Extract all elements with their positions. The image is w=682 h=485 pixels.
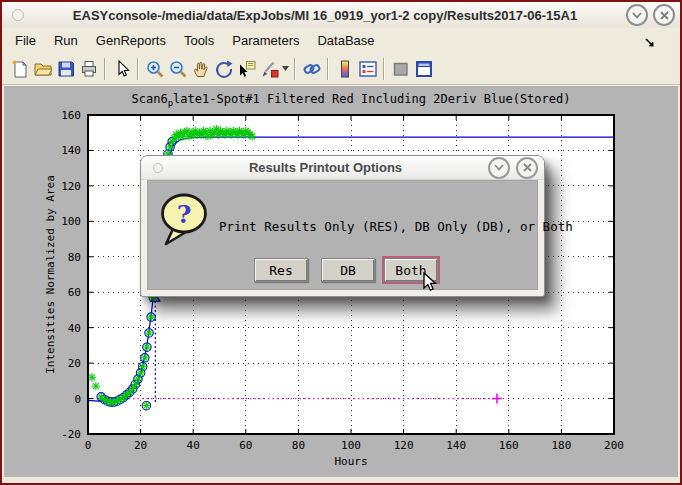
chevron-down-icon: [494, 164, 504, 171]
dialog-content: ? Print Results Only (RES), DB Only (DB)…: [147, 180, 538, 290]
svg-text:120: 120: [394, 439, 414, 452]
menu-database[interactable]: DataBase: [308, 29, 383, 52]
toolbar-separator: [294, 58, 296, 80]
cursor-arrow-icon[interactable]: [110, 57, 133, 80]
brush-icon[interactable]: [258, 57, 281, 80]
svg-text:0: 0: [74, 393, 81, 406]
results-printout-dialog: Results Printout Options ? Print Results…: [140, 155, 545, 297]
svg-text:20: 20: [134, 439, 147, 452]
svg-text:80: 80: [68, 251, 81, 264]
new-document-icon[interactable]: [8, 57, 31, 80]
svg-text:0: 0: [85, 439, 92, 452]
svg-text:40: 40: [187, 439, 200, 452]
toolbar-separator: [383, 58, 385, 80]
print-icon[interactable]: [77, 57, 100, 80]
svg-text:-20: -20: [61, 428, 81, 441]
window-titlebar: EASYconsole-/media/data/ExpJobs/MI 16_09…: [2, 2, 680, 29]
svg-text:Intensities Normalized by Area: Intensities Normalized by Area: [44, 175, 57, 374]
svg-text:100: 100: [341, 439, 361, 452]
svg-text:100: 100: [61, 215, 81, 228]
svg-text:?: ?: [177, 200, 192, 229]
open-folder-icon[interactable]: [31, 57, 54, 80]
menu-genreports[interactable]: GenReports: [87, 29, 175, 52]
svg-text:160: 160: [61, 109, 81, 122]
svg-text:Hours: Hours: [334, 455, 367, 468]
res-button[interactable]: Res: [254, 258, 308, 282]
toolbar-separator: [137, 58, 139, 80]
svg-text:160: 160: [499, 439, 519, 452]
dialog-titlebar: Results Printout Options: [141, 156, 544, 180]
window-menu-button[interactable]: [12, 9, 24, 21]
zoom-out-icon[interactable]: [166, 57, 189, 80]
svg-text:200: 200: [604, 439, 624, 452]
easyconsole-window: EASYconsole-/media/data/ExpJobs/MI 16_09…: [0, 0, 682, 485]
close-icon: [523, 163, 532, 172]
dock-figure-icon[interactable]: [412, 57, 435, 80]
toolbar-separator: [327, 58, 329, 80]
svg-text:60: 60: [68, 286, 81, 299]
toolbar-separator: [104, 58, 106, 80]
rotate-3d-icon[interactable]: [212, 57, 235, 80]
menu-bar: File Run GenReports Tools Parameters Dat…: [2, 28, 680, 54]
window-minimize-button[interactable]: [626, 4, 648, 26]
question-balloon-icon: ?: [159, 192, 209, 252]
dialog-menu-button[interactable]: [153, 163, 163, 173]
menu-file[interactable]: File: [6, 29, 45, 52]
svg-text:40: 40: [68, 322, 81, 335]
corner-arrow-icon[interactable]: [644, 35, 656, 53]
insert-legend-icon[interactable]: [356, 57, 379, 80]
window-title: EASYconsole-/media/data/ExpJobs/MI 16_09…: [24, 8, 626, 23]
menu-tools[interactable]: Tools: [175, 29, 223, 52]
menu-parameters[interactable]: Parameters: [223, 29, 308, 52]
svg-text:180: 180: [551, 439, 571, 452]
figure-toolbar: [2, 53, 680, 85]
chevron-down-icon: [632, 12, 642, 19]
dialog-title: Results Printout Options: [163, 160, 488, 175]
data-cursor-icon[interactable]: [235, 57, 258, 80]
link-plots-icon[interactable]: [300, 57, 323, 80]
dialog-close-button[interactable]: [516, 157, 538, 179]
svg-text:60: 60: [239, 439, 252, 452]
close-icon: [660, 11, 669, 20]
save-icon[interactable]: [54, 57, 77, 80]
hide-plot-tools-icon[interactable]: [389, 57, 412, 80]
svg-text:120: 120: [61, 180, 81, 193]
svg-text:140: 140: [61, 144, 81, 157]
window-close-button[interactable]: [653, 4, 675, 26]
db-button[interactable]: DB: [321, 258, 375, 282]
menu-run[interactable]: Run: [45, 29, 87, 52]
insert-colorbar-icon[interactable]: [333, 57, 356, 80]
mouse-cursor-icon: [423, 272, 438, 297]
dialog-message: Print Results Only (RES), DB Only (DB), …: [219, 219, 573, 234]
dialog-minimize-button[interactable]: [488, 157, 510, 179]
svg-text:80: 80: [292, 439, 305, 452]
svg-text:20: 20: [68, 357, 81, 370]
pan-hand-icon[interactable]: [189, 57, 212, 80]
brush-dropdown-icon[interactable]: [281, 58, 290, 80]
zoom-in-icon[interactable]: [143, 57, 166, 80]
svg-text:140: 140: [446, 439, 466, 452]
